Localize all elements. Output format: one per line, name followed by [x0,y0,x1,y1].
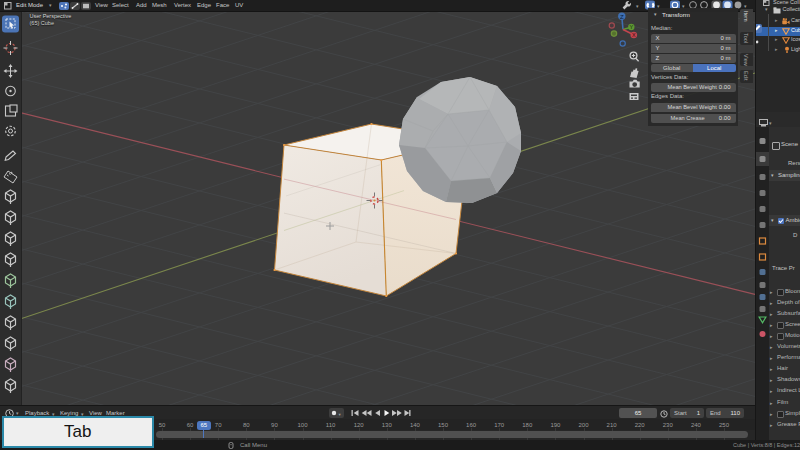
svg-text:Z: Z [620,14,624,20]
svg-text:X: X [632,32,636,38]
svg-text:▾: ▾ [339,412,342,417]
svg-text:▾: ▾ [636,3,639,9]
svg-text:Y: Y [629,24,633,30]
